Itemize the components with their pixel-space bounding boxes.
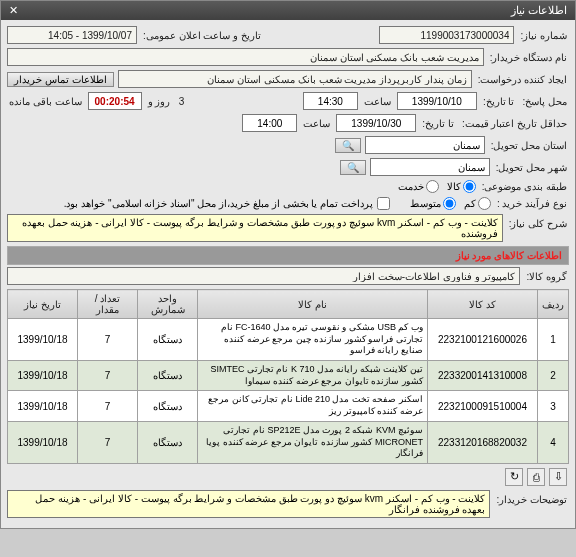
cell-name: سوئیچ KVM شبکه 2 پورت مدل SP212E نام تجا… (198, 421, 428, 463)
cell-name: اسکنر صفحه تخت مدل Lide 210 نام تجارتی ک… (198, 391, 428, 421)
label-process-type: نوع فرآیند خرید : (495, 198, 569, 209)
refresh-icon[interactable]: ↻ (505, 468, 523, 486)
label-goods-group: گروه کالا: (524, 271, 569, 282)
search-icon[interactable]: 🔍 (335, 138, 361, 153)
label-classification: طبقه بندی موضوعی: (480, 181, 569, 192)
col-row: ردیف (538, 290, 569, 319)
cell-due: 1399/10/18 (8, 421, 78, 463)
cell-row: 4 (538, 421, 569, 463)
label-and-days: روز و (146, 96, 173, 107)
valid-time-field[interactable] (242, 114, 297, 132)
section-items-title: اطلاعات کالاهای مورد نیاز (7, 246, 569, 265)
table-toolbar: ⇩ ⎙ ↻ (7, 464, 569, 490)
cell-qty: 7 (78, 421, 138, 463)
label-response-deadline: محل پاسخ: (520, 96, 569, 107)
need-info-window: اطلاعات نیاز ✕ شماره نیاز: تاریخ و ساعت … (0, 0, 576, 529)
cell-code: 2233200141310008 (428, 361, 538, 391)
resp-time-field[interactable] (303, 92, 358, 110)
items-table: ردیف کد کالا نام کالا واحد شمارش تعداد /… (7, 289, 569, 464)
payment-note-line: پرداخت تمام یا بخشی از مبلغ خرید،از محل … (64, 197, 390, 210)
resp-date-field[interactable] (397, 92, 477, 110)
cell-row: 2 (538, 361, 569, 391)
cell-due: 1399/10/18 (8, 391, 78, 421)
search-icon[interactable]: 🔍 (340, 160, 366, 175)
delivery-state-field[interactable] (365, 136, 485, 154)
cell-unit: دستگاه (138, 421, 198, 463)
col-due: تاریخ نیاز (8, 290, 78, 319)
table-row[interactable]: 42233120168820032سوئیچ KVM شبکه 2 پورت م… (8, 421, 569, 463)
label-delivery-city: شهر محل تحویل: (494, 162, 569, 173)
export-icon[interactable]: ⇩ (549, 468, 567, 486)
cell-row: 3 (538, 391, 569, 421)
radio-low[interactable]: کم (464, 197, 491, 210)
cell-unit: دستگاه (138, 361, 198, 391)
cell-due: 1399/10/18 (8, 319, 78, 361)
classification-radios: کالا خدمت (398, 180, 476, 193)
cell-qty: 7 (78, 361, 138, 391)
col-unit: واحد شمارش (138, 290, 198, 319)
label-time-1: ساعت (362, 96, 393, 107)
cell-code: 2232100121600026 (428, 319, 538, 361)
print-icon[interactable]: ⎙ (527, 468, 545, 486)
cell-qty: 7 (78, 391, 138, 421)
remaining-timer: 00:20:54 (88, 92, 142, 110)
cell-name: تین کلاینت شبکه رایانه مدل K 710 نام تجا… (198, 361, 428, 391)
label-buyer-org: نام دستگاه خریدار: (488, 52, 569, 63)
payment-note-text: پرداخت تمام یا بخشی از مبلغ خرید،از محل … (64, 198, 373, 209)
label-to-date-1: تا تاریخ: (481, 96, 517, 107)
public-date-field (7, 26, 137, 44)
cell-unit: دستگاه (138, 391, 198, 421)
overall-desc-field: کلاینت - وب کم - اسکنر kvm سوئیچ دو پورت… (7, 214, 503, 242)
radio-medium[interactable]: متوسط (410, 197, 456, 210)
window-title: اطلاعات نیاز (511, 4, 567, 17)
label-to-date-2: تا تاریخ: (420, 118, 456, 129)
cell-qty: 7 (78, 319, 138, 361)
need-no-field (379, 26, 514, 44)
cell-due: 1399/10/18 (8, 361, 78, 391)
valid-date-field[interactable] (336, 114, 416, 132)
label-public-date: تاریخ و ساعت اعلان عمومی: (141, 30, 263, 41)
payment-checkbox[interactable] (377, 197, 390, 210)
table-row[interactable]: 12232100121600026وب کم USB مشکی و نقوسی … (8, 319, 569, 361)
process-radios: کم متوسط (410, 197, 491, 210)
table-row[interactable]: 32232100091510004اسکنر صفحه تخت مدل Lide… (8, 391, 569, 421)
close-icon[interactable]: ✕ (9, 4, 18, 17)
label-buyer-notes: توضیحات خریدار: (494, 490, 569, 505)
buyer-org-field (7, 48, 484, 66)
label-time-2: ساعت (301, 118, 332, 129)
radio-service[interactable]: خدمت (398, 180, 439, 193)
buyer-notes-field: کلاینت - وب کم - اسکنر kvm سوئیچ دو پورت… (7, 490, 490, 518)
label-overall: شرح کلی نیاز: (507, 214, 569, 229)
goods-group-field (7, 267, 520, 285)
cell-unit: دستگاه (138, 319, 198, 361)
label-days-num: 3 (176, 96, 186, 107)
label-need-no: شماره نیاز: (518, 30, 569, 41)
cell-row: 1 (538, 319, 569, 361)
titlebar: اطلاعات نیاز ✕ (1, 1, 575, 20)
cell-code: 2232100091510004 (428, 391, 538, 421)
radio-goods[interactable]: کالا (447, 180, 476, 193)
delivery-city-field[interactable] (370, 158, 490, 176)
col-code: کد کالا (428, 290, 538, 319)
label-remaining: ساعت باقی مانده (7, 96, 84, 107)
cell-code: 2233120168820032 (428, 421, 538, 463)
col-name: نام کالا (198, 290, 428, 319)
table-row[interactable]: 22233200141310008تین کلاینت شبکه رایانه … (8, 361, 569, 391)
creator-field (118, 70, 472, 88)
label-creator: ایجاد کننده درخواست: (476, 74, 569, 85)
cell-name: وب کم USB مشکی و نقوسی تیره مدل FC-1640 … (198, 319, 428, 361)
col-qty: تعداد / مقدار (78, 290, 138, 319)
label-validity: حداقل تاریخ اعتبار قیمت: (460, 118, 569, 129)
label-delivery-state: استان محل تحویل: (489, 140, 569, 151)
contact-info-button[interactable]: اطلاعات تماس خریدار (7, 72, 114, 87)
